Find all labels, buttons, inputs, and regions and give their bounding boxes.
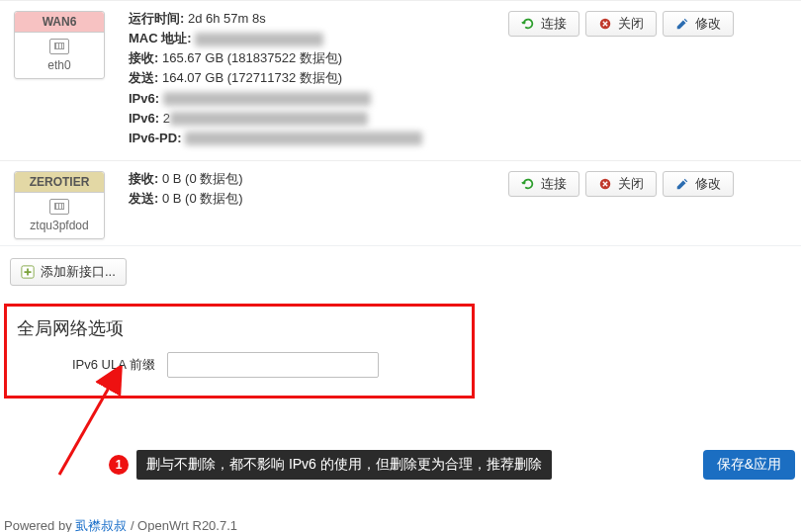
footer-powered: Powered by: [4, 518, 75, 532]
interface-name: ZEROTIER: [15, 172, 104, 193]
uptime-value: 2d 6h 57m 8s: [188, 11, 266, 26]
edit-button[interactable]: 修改: [663, 11, 734, 37]
interface-device: eth0: [47, 58, 70, 72]
refresh-icon: [521, 17, 535, 31]
footer-sep: /: [127, 518, 137, 532]
callout-badge: 1: [109, 455, 129, 475]
ipv6-label: IPv6:: [129, 111, 159, 126]
interface-row: WAN6 eth0 运行时间: 2d 6h 57m 8s MAC 地址: 接收:…: [0, 0, 801, 160]
interface-name: WAN6: [15, 12, 104, 33]
plus-icon: [21, 265, 35, 279]
refresh-icon: [521, 177, 535, 191]
edit-label: 修改: [695, 175, 721, 193]
interface-device: ztqu3pfdod: [30, 219, 88, 232]
uptime-label: 运行时间:: [129, 11, 184, 26]
interface-box-col: WAN6 eth0: [0, 5, 119, 156]
interface-actions: 连接 关闭 修改: [508, 165, 801, 239]
interface-info: 接收: 0 B (0 数据包) 发送: 0 B (0 数据包): [119, 165, 508, 239]
connect-button[interactable]: 连接: [508, 11, 579, 37]
ethernet-icon: [49, 199, 69, 215]
interface-device-body: eth0: [15, 33, 104, 78]
save-apply-button[interactable]: 保存&应用: [703, 450, 795, 480]
add-interface-button[interactable]: 添加新接口...: [10, 258, 127, 286]
mac-value-redacted: [195, 33, 323, 46]
add-interface-bar: 添加新接口...: [0, 248, 801, 296]
shutdown-label: 关闭: [618, 175, 644, 193]
tx-value: 164.07 GB (172711732 数据包): [162, 70, 342, 85]
ipv6pd-label: IPv6-PD:: [129, 131, 181, 145]
edit-icon: [675, 17, 689, 31]
tx-label: 发送:: [129, 70, 158, 85]
close-icon: [598, 17, 612, 31]
tx-value: 0 B (0 数据包): [162, 191, 243, 206]
interface-box: WAN6 eth0: [14, 11, 105, 79]
ipv6-value-redacted: [170, 112, 368, 126]
mac-label: MAC 地址:: [129, 31, 192, 45]
rx-label: 接收:: [129, 50, 158, 65]
interface-actions: 连接 关闭 修改: [508, 5, 801, 156]
ula-label: IPv6 ULA 前缀: [72, 356, 155, 374]
add-interface-label: 添加新接口...: [41, 263, 116, 281]
ethernet-icon: [49, 39, 69, 54]
ipv6-value-redacted: [163, 92, 371, 106]
save-apply-label: 保存&应用: [717, 456, 781, 472]
callout-text: 删与不删除，都不影响 IPv6 的使用，但删除更为合理，推荐删除: [136, 450, 552, 480]
panel-title: 全局网络选项: [17, 316, 462, 340]
interface-box-col: ZEROTIER ztqu3pfdod: [0, 165, 119, 239]
footer-author-link[interactable]: 虱襟叔叔: [75, 518, 127, 532]
rx-label: 接收:: [129, 171, 158, 186]
shutdown-button[interactable]: 关闭: [585, 11, 657, 37]
ipv6-label: IPv6:: [129, 91, 159, 106]
connect-label: 连接: [541, 15, 567, 33]
interface-box: ZEROTIER ztqu3pfdod: [14, 171, 105, 239]
connect-button[interactable]: 连接: [508, 171, 579, 197]
ula-row: IPv6 ULA 前缀: [17, 352, 462, 378]
tx-label: 发送:: [129, 191, 158, 206]
footer-version: OpenWrt R20.7.1: [137, 518, 237, 532]
edit-button[interactable]: 修改: [663, 171, 734, 197]
interface-info: 运行时间: 2d 6h 57m 8s MAC 地址: 接收: 165.67 GB…: [119, 5, 508, 156]
ipv6pd-value-redacted: [185, 132, 422, 145]
interface-row: ZEROTIER ztqu3pfdod 接收: 0 B (0 数据包) 发送: …: [0, 160, 801, 243]
rx-value: 165.67 GB (181837522 数据包): [162, 50, 342, 65]
rx-value: 0 B (0 数据包): [162, 171, 243, 186]
global-options-panel: 全局网络选项 IPv6 ULA 前缀: [4, 304, 475, 399]
callout-row: 1 删与不删除，都不影响 IPv6 的使用，但删除更为合理，推荐删除 保存&应用: [109, 450, 801, 480]
edit-label: 修改: [695, 15, 721, 33]
edit-icon: [675, 177, 689, 191]
footer: Powered by 虱襟叔叔 / OpenWrt R20.7.1: [0, 517, 801, 532]
shutdown-button[interactable]: 关闭: [585, 171, 657, 197]
shutdown-label: 关闭: [618, 15, 644, 33]
ula-input[interactable]: [167, 352, 379, 378]
connect-label: 连接: [541, 175, 567, 193]
interface-device-body: ztqu3pfdod: [15, 193, 104, 238]
divider: [0, 245, 801, 246]
close-icon: [598, 177, 612, 191]
